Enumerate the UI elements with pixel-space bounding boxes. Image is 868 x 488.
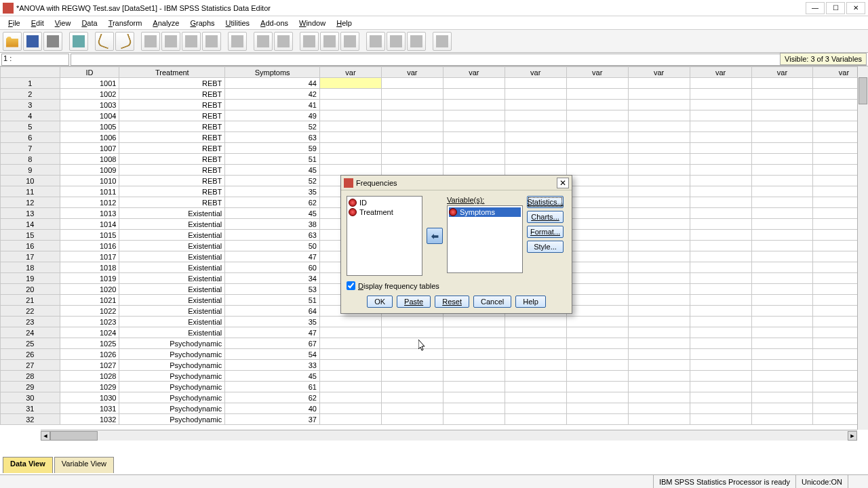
cell-empty[interactable] [381,121,443,132]
cell-empty[interactable] [751,251,813,262]
cell-empty[interactable] [628,219,690,230]
cell-empty[interactable] [505,110,566,121]
cell-empty[interactable] [751,317,813,327]
row-header[interactable]: 6 [1,132,60,143]
tab-variable-view[interactable]: Variable View [54,457,114,473]
cell-empty[interactable] [690,284,751,295]
cell-empty[interactable] [628,176,690,186]
maximize-button[interactable]: ☐ [826,2,845,14]
cell-empty[interactable] [505,89,566,100]
row-header[interactable]: 16 [1,241,60,251]
cell-symptoms[interactable]: 63 [225,230,320,241]
cell-empty[interactable] [381,165,443,176]
cell-id[interactable]: 1020 [60,284,119,295]
open-button[interactable] [3,32,22,51]
cell-empty[interactable] [813,262,857,273]
cell-empty[interactable] [813,392,857,403]
cell-empty[interactable] [751,78,813,89]
cell-empty[interactable] [443,121,505,132]
cell-empty[interactable] [813,176,857,186]
cell-empty[interactable] [443,360,505,371]
cell-empty[interactable] [813,100,857,110]
cell-empty[interactable] [566,100,628,110]
scroll-left-arrow[interactable]: ◄ [41,431,50,441]
cell-empty[interactable] [813,317,857,327]
cell-empty[interactable] [690,273,751,284]
table-row[interactable]: 81008REBT51 [1,154,858,165]
row-header[interactable]: 22 [1,306,60,317]
cell-empty[interactable] [628,78,690,89]
cell-empty[interactable] [813,110,857,121]
row-header[interactable]: 15 [1,230,60,241]
cell-empty[interactable] [505,414,566,425]
row-header[interactable]: 19 [1,273,60,284]
cell-empty[interactable] [505,392,566,403]
row-header[interactable]: 2 [1,89,60,100]
cell-empty[interactable] [690,251,751,262]
cell-treatment[interactable]: Existential [119,241,225,251]
cell-empty[interactable] [690,186,751,197]
spell-check-button[interactable] [433,32,452,51]
cell-empty[interactable] [319,403,381,414]
cell-id[interactable]: 1022 [60,306,119,317]
list-item[interactable]: Symptoms [449,207,521,217]
cell-empty[interactable] [505,165,566,176]
cell-empty[interactable] [381,403,443,414]
table-row[interactable]: 41004REBT49 [1,110,858,121]
menu-data[interactable]: Data [76,18,102,28]
cell-empty[interactable] [751,327,813,338]
cell-empty[interactable] [628,306,690,317]
cell-empty[interactable] [566,132,628,143]
menu-utilities[interactable]: Utilities [220,18,255,28]
cell-empty[interactable] [566,295,628,306]
cell-empty[interactable] [751,176,813,186]
cell-empty[interactable] [690,121,751,132]
row-header[interactable]: 7 [1,143,60,154]
cell-empty[interactable] [381,360,443,371]
cell-id[interactable]: 1014 [60,219,119,230]
cell-empty[interactable] [443,89,505,100]
cell-empty[interactable] [813,89,857,100]
cell-empty[interactable] [813,251,857,262]
row-header[interactable]: 12 [1,197,60,208]
menu-edit[interactable]: Edit [26,18,50,28]
close-button[interactable]: ✕ [846,2,865,14]
column-header[interactable]: var [443,67,505,78]
cell-symptoms[interactable]: 60 [225,262,320,273]
row-header[interactable]: 10 [1,176,60,186]
cell-treatment[interactable]: Existential [119,306,225,317]
cell-symptoms[interactable]: 35 [225,186,320,197]
cell-empty[interactable] [690,317,751,327]
cell-symptoms[interactable]: 40 [225,403,320,414]
cell-treatment[interactable]: Existential [119,273,225,284]
cell-empty[interactable] [690,382,751,392]
cell-treatment[interactable]: Existential [119,230,225,241]
cell-id[interactable]: 1028 [60,371,119,382]
cell-empty[interactable] [751,121,813,132]
cell-symptoms[interactable]: 52 [225,176,320,186]
target-variable-list[interactable]: Symptoms [447,205,523,273]
cell-empty[interactable] [628,403,690,414]
cell-empty[interactable] [566,360,628,371]
cell-id[interactable]: 1031 [60,403,119,414]
cell-empty[interactable] [628,121,690,132]
cell-symptoms[interactable]: 34 [225,273,320,284]
cell-empty[interactable] [566,414,628,425]
cell-empty[interactable] [566,176,628,186]
cell-symptoms[interactable]: 45 [225,371,320,382]
cell-empty[interactable] [566,284,628,295]
cell-empty[interactable] [628,382,690,392]
cell-empty[interactable] [751,392,813,403]
cell-empty[interactable] [813,132,857,143]
cell-empty[interactable] [381,371,443,382]
cell-id[interactable]: 1009 [60,165,119,176]
cell-treatment[interactable]: Psychodynamic [119,382,225,392]
cell-empty[interactable] [566,327,628,338]
cell-empty[interactable] [628,165,690,176]
cell-empty[interactable] [690,100,751,110]
dialog-close-button[interactable]: ✕ [557,178,569,188]
cell-empty[interactable] [751,306,813,317]
cell-empty[interactable] [690,403,751,414]
cell-empty[interactable] [690,219,751,230]
ok-button[interactable]: OK [367,296,393,308]
